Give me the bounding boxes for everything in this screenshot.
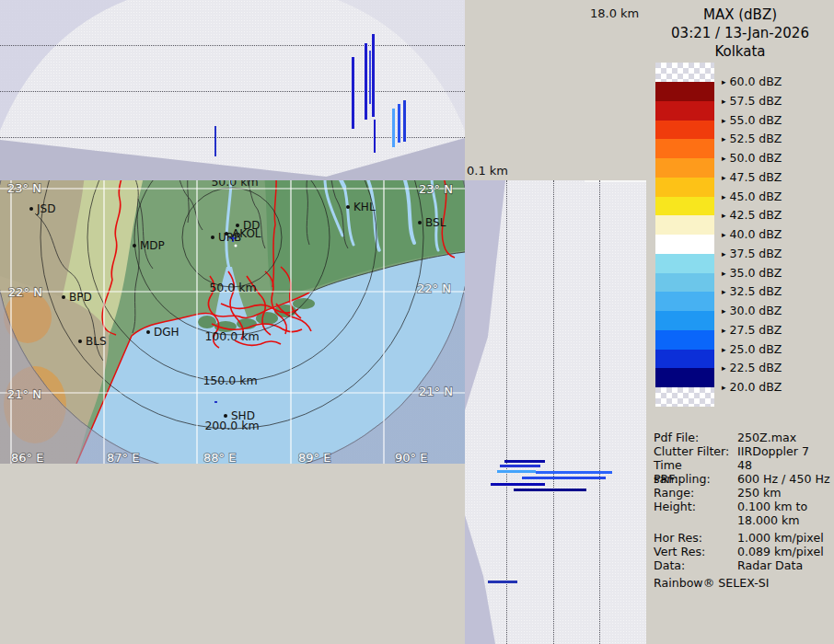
echo-column [365, 43, 367, 120]
metadata-label: PRF: [654, 472, 737, 486]
beam-mask-side [465, 180, 646, 644]
tick-arrow-icon: ▸ [722, 134, 726, 144]
dbz-value: 32.5 dBZ [730, 284, 782, 298]
dbz-band-swatch [655, 178, 714, 197]
echo-row [522, 477, 606, 479]
metadata-label: Data: [654, 558, 737, 572]
latitude-label: 22° N [8, 285, 42, 299]
echo-column [372, 34, 375, 117]
metadata-value: 600 Hz / 450 Hz [737, 472, 830, 486]
dbz-scale-label: ▸27.5 dBZ [722, 323, 782, 337]
latitude-label: 22° N [417, 282, 451, 295]
metadata-value: 250Z.max [737, 431, 796, 444]
dbz-value: 25.0 dBZ [730, 342, 782, 356]
metadata-label: Hor Res: [654, 531, 737, 545]
metadata-label: Height: [654, 500, 737, 513]
echo-row [500, 465, 540, 467]
tick-arrow-icon: ▸ [722, 116, 726, 125]
dbz-band-swatch [655, 121, 714, 140]
dbz-value: 50.0 dBZ [730, 151, 782, 165]
dbz-band-swatch [655, 197, 714, 216]
metadata-value: Radar Data [737, 558, 803, 572]
echo-column [403, 100, 406, 142]
dbz-value: 55.0 dBZ [730, 113, 782, 127]
city-label: DGH [154, 326, 180, 339]
longitude-label: 87° E [107, 451, 139, 464]
tick-arrow-icon: ▸ [722, 306, 726, 316]
echo-column [374, 120, 376, 153]
dbz-value: 42.5 dBZ [730, 208, 782, 222]
city-dot [78, 339, 82, 343]
echo-column [398, 104, 400, 143]
tick-arrow-icon: ▸ [722, 269, 726, 278]
tick-arrow-icon: ▸ [722, 383, 726, 392]
dbz-scale-label: ▸22.5 dBZ [722, 361, 782, 374]
tick-arrow-icon: ▸ [722, 230, 726, 239]
dbz-value: 60.0 dBZ [730, 75, 782, 88]
metadata-label: Vert Res: [654, 545, 737, 558]
metadata-row: Hor Res:1.000 km/pixel [654, 531, 832, 545]
dbz-scale-label: ▸35.0 dBZ [722, 266, 782, 280]
height-axis-max-label: 18.0 km [590, 6, 639, 20]
dbz-value: 45.0 dBZ [730, 190, 782, 203]
dbz-scale-label: ▸47.5 dBZ [722, 170, 782, 184]
tick-arrow-icon: ▸ [722, 326, 726, 335]
dbz-value: 22.5 dBZ [730, 361, 782, 374]
tick-arrow-icon: ▸ [722, 192, 726, 201]
tick-arrow-icon: ▸ [722, 77, 726, 86]
dbz-value: 27.5 dBZ [730, 323, 782, 337]
city-dot [418, 221, 422, 224]
dbz-band-swatch [655, 158, 714, 178]
tick-arrow-icon: ▸ [722, 97, 726, 106]
dbz-band-above-max [655, 63, 714, 82]
metadata-value: 0.089 km/pixel [737, 545, 824, 558]
dbz-scale-label: ▸20.0 dBZ [722, 380, 782, 394]
dbz-scale-label: ▸57.5 dBZ [722, 94, 782, 108]
height-axis-min-label: 0.1 km [467, 164, 508, 178]
software-branding: Rainbow® SELEX-SI [654, 576, 769, 590]
vertical-projection-top-panel [0, 0, 465, 180]
metadata-value: IIRDoppler 7 [737, 444, 809, 458]
city-label: URB [218, 231, 241, 244]
city-label: JSD [36, 202, 55, 215]
product-datetime: 03:21 / 13-Jan-2026 [646, 24, 834, 42]
legend-title: MAX (dBZ) 03:21 / 13-Jan-2026 Kolkata [646, 6, 834, 61]
dbz-band-swatch [655, 292, 714, 311]
gridline [506, 180, 507, 644]
longitude-label: 90° E [395, 451, 427, 464]
metadata-row: Pdf File:250Z.max [654, 431, 832, 444]
product-title: MAX (dBZ) [646, 6, 834, 24]
gridline [0, 45, 465, 46]
tick-arrow-icon: ▸ [722, 363, 726, 373]
city-label: MDP [140, 239, 165, 252]
echo-column [369, 51, 371, 104]
product-station: Kolkata [646, 42, 834, 61]
dbz-band-swatch [655, 368, 714, 387]
dbz-value: 37.5 dBZ [730, 247, 782, 260]
dbz-band-swatch [655, 82, 714, 101]
dbz-value: 30.0 dBZ [730, 304, 782, 317]
dbz-scale-label: ▸55.0 dBZ [722, 113, 782, 127]
dbz-band-swatch [655, 215, 714, 235]
city-label: BSL [425, 216, 446, 229]
city-dot [133, 244, 136, 247]
city-label: BPD [69, 291, 92, 304]
echo-row [514, 489, 586, 491]
longitude-label: 88° E [203, 451, 236, 464]
dbz-band-swatch [655, 139, 714, 158]
longitude-label: 86° E [11, 451, 43, 464]
dbz-band-swatch [655, 254, 714, 273]
latitude-label: 23° N [419, 182, 453, 196]
dbz-band-swatch [655, 101, 714, 121]
city-label: BLS [86, 335, 107, 348]
dbz-band-swatch [655, 311, 714, 330]
echo-row [491, 483, 545, 486]
city-dot [224, 414, 227, 418]
gridline [0, 137, 465, 138]
dbz-band-swatch [655, 350, 714, 369]
range-ring-label: 50.0 km [209, 281, 256, 294]
dbz-value: 40.0 dBZ [730, 227, 782, 241]
city-label: KHL [353, 201, 376, 213]
dbz-scale-label: ▸37.5 dBZ [722, 247, 782, 260]
echo-row [536, 471, 612, 474]
